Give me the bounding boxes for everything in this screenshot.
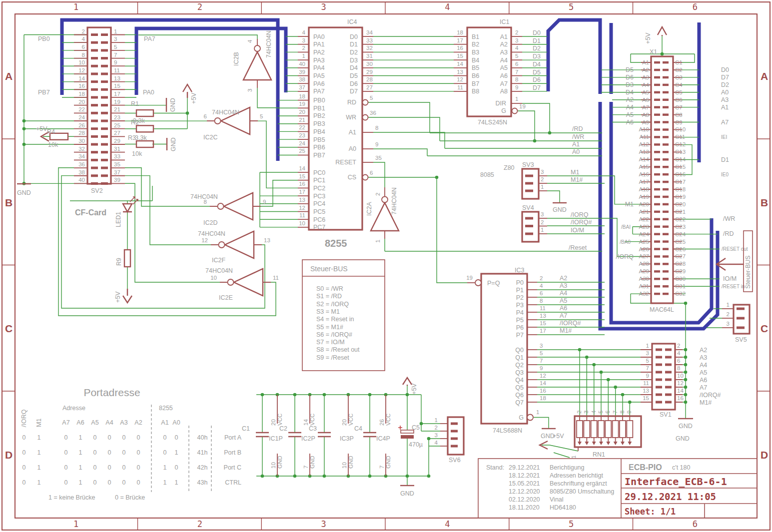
ic3-p-signal: M1# <box>560 327 572 334</box>
plus5v-led-label: +5V <box>114 291 121 303</box>
ic4-pa-name: PA7 <box>313 88 325 95</box>
sv2-pin-number-right: 23 <box>114 114 120 120</box>
porttable-title: Portadresse <box>83 387 140 398</box>
ic3-p-name: P3 <box>516 302 524 309</box>
svg-text:10: 10 <box>270 462 276 469</box>
ic3-g-bubble <box>527 415 533 421</box>
svg-text:0: 0 <box>163 434 167 441</box>
sv2-pad-right <box>101 88 108 91</box>
net-iom: IO/M <box>571 227 584 234</box>
svg-text:IEI: IEI <box>721 134 727 140</box>
ic1-a-signal: D2 <box>533 45 541 52</box>
connector-sv6: 1 2 3 4 SV6 <box>435 417 464 464</box>
svg-text:1: 1 <box>79 479 82 486</box>
ic3-pq-label: P=Q <box>487 280 500 287</box>
ic2f-part: 74HC04N <box>198 230 225 237</box>
svg-text:35: 35 <box>375 155 382 161</box>
ic2c-out-pin: 6 <box>204 113 207 119</box>
tb-project: ECB-PIO <box>629 463 662 472</box>
sv1-signal: /IORQ# <box>700 392 721 399</box>
x1-a-pin: A29 <box>639 268 649 274</box>
legend-line: S0 = /WR <box>316 285 343 292</box>
ic1-a-name: A2 <box>500 41 508 48</box>
frame-col-top: 5 <box>569 2 574 12</box>
tb-entry-date: 15.05.2021 <box>509 480 540 487</box>
ic2d-bubble <box>218 203 224 209</box>
sv2-pin-number-left: 16 <box>78 83 85 89</box>
svg-text:0: 0 <box>22 464 26 471</box>
ic4-d-num: 31 <box>366 53 373 59</box>
rn1-resistor <box>613 421 619 438</box>
connector-sv1: 1 2 A2 3 4 A3 5 6 A4 7 8 A5 9 10 A6 11 1… <box>641 343 721 442</box>
sv1-body <box>652 344 675 410</box>
sv2-pin-number-left: 22 <box>78 106 85 112</box>
svg-text:7: 7 <box>303 466 309 469</box>
x1-c-pin: C28 <box>675 261 686 267</box>
x1-a-pin: A25 <box>639 239 649 245</box>
rn1-resistor <box>627 421 633 438</box>
svg-text:D0: D0 <box>721 66 729 73</box>
ic2f-in-pin: 13 <box>264 237 270 243</box>
x1-body <box>651 56 673 303</box>
svg-text:40h: 40h <box>197 434 208 441</box>
led1-symbol <box>123 204 132 212</box>
ic1-74ls245: IC1 74LS245N 18 B1 17 B2 16 B3 15 B4 14 … <box>454 18 541 126</box>
inverter-ic2a: 2 1 IC2A 74HC04N <box>366 187 399 243</box>
frame-row-right: D <box>761 449 768 461</box>
svg-text:A0: A0 <box>721 89 729 96</box>
ic1-b-num: 11 <box>457 84 463 90</box>
ic2c-part: 74HC04N <box>212 109 239 116</box>
sv2-pin-number-left: 28 <box>78 130 85 136</box>
ic3-p-num: 8 <box>540 298 543 304</box>
ic4-pc-num: 14 <box>299 165 305 171</box>
sv1-pin-right: 12 <box>677 380 684 386</box>
ic4-d-name: D3 <box>350 57 358 64</box>
sv2-pad-left <box>91 182 98 185</box>
ic3-q-name: Q4 <box>515 377 524 384</box>
net-m1: M1 <box>571 169 579 176</box>
sv2-pad-right <box>101 96 108 98</box>
legend-line: S3 = M1 <box>316 308 340 315</box>
x1-a-pin: A3 <box>642 74 649 80</box>
svg-text:GND: GND <box>348 456 354 469</box>
x1-a-pin: A21 <box>639 209 649 215</box>
legend-line: S7 = IO/M <box>316 339 345 346</box>
svg-text:1: 1 <box>515 96 518 102</box>
ic3-part: 74LS688N <box>493 427 522 434</box>
svg-text:1: 1 <box>163 479 167 486</box>
ic3-p-name: P1 <box>516 287 524 294</box>
ic1-b-num: 17 <box>457 37 463 43</box>
svg-text:A0: A0 <box>172 419 180 426</box>
sv2-pin-number-left: 20 <box>78 99 85 105</box>
x1-a-pin: A27 <box>639 253 649 259</box>
legend-line: S4 = Reset in <box>316 316 354 323</box>
svg-text:0: 0 <box>64 434 68 441</box>
x1-c-pin: C26 <box>675 246 686 252</box>
x1-c-pin: C24 <box>675 231 686 237</box>
ic2e-triangle <box>234 269 263 296</box>
x1-plus5v-arrow <box>658 27 667 36</box>
sv2-pin-number-right: 29 <box>114 138 120 144</box>
ic2f-name: IC2F <box>212 257 225 264</box>
svg-text:/RESET out: /RESET out <box>722 246 748 252</box>
x1-a-pin: A31 <box>639 283 649 289</box>
svg-text:1: 1 <box>37 434 41 441</box>
ic4-pc-name: PC2 <box>313 185 325 192</box>
ic4-pa-name: PA3 <box>313 57 325 64</box>
ic3-q-num: 16 <box>540 388 546 394</box>
svg-text:1: 1 <box>79 449 82 456</box>
ic3-q-name: Q7 <box>515 399 524 406</box>
ic4-d-num: 33 <box>366 37 373 43</box>
x1-c-pin: C10 <box>675 126 686 132</box>
sv2-pin-number-left: 38 <box>78 169 85 175</box>
ic1-a-signal: D6 <box>533 76 541 83</box>
ic1-a-num: 2 <box>515 29 518 35</box>
x1-a-pin: A26 <box>639 246 649 252</box>
sv5-pin-num: 3 <box>727 321 730 327</box>
ic3-p-name: P0 <box>516 279 524 286</box>
ic1-a-num: 9 <box>515 84 518 90</box>
svg-text:A1: A1 <box>349 129 356 136</box>
sv3-pin-num: 1 <box>541 184 544 190</box>
ic3-p-signal: /IORQ# <box>560 320 581 327</box>
sv2-pad-right <box>101 143 108 146</box>
